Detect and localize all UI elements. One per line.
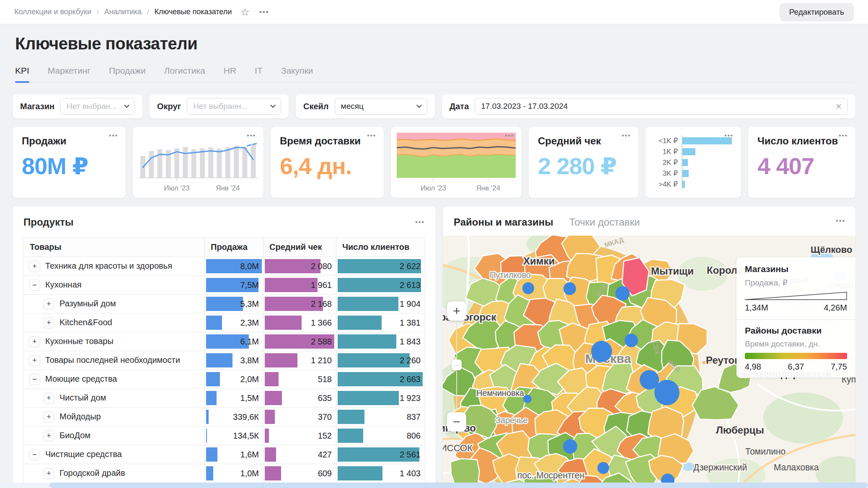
- map-area[interactable]: МКАДМСДМСДСВХХимкиПутилковоКрасногорскМы…: [443, 236, 855, 488]
- expand-icon[interactable]: +: [43, 430, 54, 442]
- column-header[interactable]: Число клиентов: [336, 238, 425, 257]
- sales-trend-chart-card: ••• Июл '23Янв '24: [133, 127, 264, 198]
- tab-закупки[interactable]: Закупки: [281, 66, 313, 82]
- table-row: −Кухонная7,5М1 9612 613: [24, 276, 425, 295]
- sales-trend-chart[interactable]: Июл '23Янв '24: [139, 131, 258, 195]
- check-bar: [265, 391, 282, 405]
- more-menu-icon[interactable]: •••: [259, 8, 269, 16]
- map-city-label: Дзержинский: [693, 462, 747, 472]
- map-tab-delivery-points[interactable]: Точки доставки: [569, 216, 640, 228]
- hist-bar-track: [682, 168, 732, 179]
- tab-продажи[interactable]: Продажи: [109, 66, 146, 82]
- clients-bar: [338, 410, 364, 424]
- product-name-cell: +Кухонные товары: [24, 332, 205, 351]
- table-cell-clients: 2 613: [336, 276, 425, 295]
- hist-bar[interactable]: [682, 181, 685, 188]
- tab-hr[interactable]: HR: [224, 66, 236, 82]
- check-value: 609: [318, 469, 332, 478]
- breadcrumb-current: Ключевые показатели: [155, 8, 232, 16]
- horizontal-scrollbar[interactable]: [0, 483, 868, 488]
- collapse-icon[interactable]: −: [29, 280, 40, 291]
- sales-value: 6,1М: [240, 337, 259, 347]
- column-header[interactable]: Товары: [24, 238, 205, 257]
- products-card: Продукты ••• ТоварыПродажаСредний чекЧис…: [13, 206, 436, 488]
- tab-it[interactable]: IT: [255, 66, 263, 82]
- top-bar: Коллекции и воркбуки / Аналитика / Ключе…: [0, 0, 868, 24]
- hist-category-label: 1K ₽: [655, 147, 682, 156]
- expand-icon[interactable]: +: [29, 336, 40, 347]
- shop-bubble[interactable]: [615, 286, 630, 301]
- hist-bar[interactable]: [682, 148, 695, 155]
- filter-store-select[interactable]: Нет выбран...: [60, 98, 135, 115]
- card-menu-icon[interactable]: •••: [836, 217, 845, 225]
- collapse-icon[interactable]: −: [29, 449, 40, 460]
- kpi-card-avg-check: ••• Средний чек 2 280 ₽: [529, 127, 638, 198]
- shop-bubble[interactable]: [597, 462, 609, 474]
- card-menu-icon[interactable]: •••: [622, 132, 631, 139]
- horizontal-scrollbar-thumb[interactable]: [49, 483, 868, 488]
- filter-date-input[interactable]: 17.03.2023 - 17.03.2024 ×: [475, 98, 848, 115]
- expand-icon[interactable]: +: [43, 411, 54, 423]
- expand-icon[interactable]: +: [43, 468, 54, 479]
- product-name: Товары последней необходимости: [45, 355, 180, 364]
- hist-row: <1K ₽: [655, 135, 732, 146]
- collapse-icon[interactable]: −: [29, 374, 40, 385]
- shop-bubble[interactable]: [523, 395, 532, 403]
- page-title: Ключевые показатели: [15, 34, 855, 53]
- card-menu-icon[interactable]: •••: [505, 132, 514, 139]
- map-tab-districts[interactable]: Районы и магазины: [454, 216, 553, 228]
- kpi-card-delivery-time: ••• Время доставки 6,4 дн.: [271, 127, 384, 198]
- filter-district-select[interactable]: Нет выбранн...: [187, 98, 281, 115]
- table-row: −Чистящие средства1,6М4272 561: [24, 445, 425, 464]
- product-name: Кухонные товары: [45, 336, 114, 345]
- legend-areas-min: 4,98: [745, 362, 761, 372]
- hist-bar[interactable]: [682, 170, 689, 177]
- favorite-star-icon[interactable]: ☆: [240, 7, 250, 17]
- shop-bubble[interactable]: [640, 370, 659, 390]
- tab-маркетинг[interactable]: Маркетинг: [48, 66, 90, 82]
- column-header[interactable]: Средний чек: [264, 238, 336, 257]
- edit-button[interactable]: Редактировать: [780, 3, 854, 21]
- breadcrumb-analytics[interactable]: Аналитика: [104, 8, 142, 16]
- card-menu-icon[interactable]: •••: [367, 132, 376, 139]
- card-menu-icon[interactable]: •••: [247, 132, 256, 139]
- product-name: Городской драйв: [59, 468, 125, 477]
- expand-icon[interactable]: +: [43, 317, 54, 329]
- shop-bubble[interactable]: [563, 439, 577, 453]
- shop-bubble[interactable]: [625, 334, 638, 347]
- delivery-area-chart[interactable]: Июл '23Янв '24: [397, 131, 516, 195]
- tab-kpi[interactable]: KPI: [15, 66, 29, 82]
- card-menu-icon[interactable]: •••: [724, 132, 734, 139]
- map-zoom-out-button[interactable]: −: [447, 412, 466, 431]
- hist-category-label: >4K ₽: [655, 180, 682, 189]
- table-cell-check: 518: [264, 370, 336, 389]
- kpi-clients-title: Число клиентов: [757, 135, 846, 147]
- column-header[interactable]: Продажа: [205, 238, 264, 257]
- card-menu-icon[interactable]: •••: [839, 132, 848, 139]
- check-bar: [265, 466, 281, 480]
- filter-scale-value: месяц: [341, 102, 364, 111]
- breadcrumb-collections[interactable]: Коллекции и воркбуки: [14, 8, 91, 16]
- map-zoom-in-button[interactable]: +: [447, 301, 466, 321]
- shop-bubble[interactable]: [522, 282, 534, 294]
- table-row: +Мойдодыр339,6К370837: [24, 408, 425, 426]
- card-menu-icon[interactable]: •••: [415, 218, 425, 226]
- expand-icon[interactable]: +: [43, 393, 54, 404]
- clear-date-icon[interactable]: ×: [836, 101, 842, 111]
- card-menu-icon[interactable]: •••: [109, 132, 118, 139]
- filter-scale-select[interactable]: месяц: [335, 98, 427, 115]
- kpi-row: ••• Продажи 80М ₽ ••• Июл '23Янв '24 •••…: [13, 127, 855, 198]
- expand-icon[interactable]: +: [43, 298, 54, 310]
- check-distribution-card: ••• <1K ₽1K ₽2K ₽3K ₽>4K ₽: [646, 127, 741, 198]
- sales-value: 1,0М: [240, 469, 259, 478]
- clients-value: 1 923: [400, 393, 421, 403]
- hist-bar[interactable]: [682, 159, 688, 166]
- table-cell-check: 1 210: [264, 351, 336, 370]
- map-city-label: Щёлково: [811, 244, 852, 254]
- shop-bubble[interactable]: [591, 341, 612, 362]
- map-zoom-drag-handle[interactable]: ⋯: [452, 360, 462, 370]
- expand-icon[interactable]: +: [29, 261, 40, 272]
- tab-логистика[interactable]: Логистика: [164, 66, 205, 82]
- shop-bubble[interactable]: [563, 282, 576, 295]
- expand-icon[interactable]: +: [29, 355, 40, 366]
